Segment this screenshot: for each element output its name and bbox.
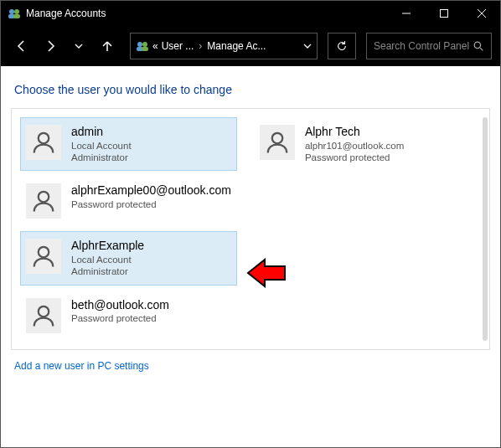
svg-rect-5 xyxy=(440,10,447,18)
page-heading: Choose the user you would like to change xyxy=(14,83,490,96)
user-subtext: Administrator xyxy=(71,265,144,277)
user-avatar-icon xyxy=(26,239,61,274)
user-subtext: alphr101@outlook.com xyxy=(305,140,404,152)
user-accounts-icon xyxy=(8,7,21,20)
window-controls xyxy=(387,1,500,26)
scrollbar[interactable] xyxy=(483,117,488,341)
user-name: alphrExample00@outlook.com xyxy=(71,183,231,198)
user-subtext: Local Account xyxy=(71,254,144,265)
titlebar: Manage Accounts xyxy=(1,1,500,26)
breadcrumb-prefix: « xyxy=(152,40,158,52)
search-placeholder: Search Control Panel xyxy=(374,40,473,52)
search-input[interactable]: Search Control Panel xyxy=(366,33,492,59)
svg-line-13 xyxy=(480,48,483,50)
forward-button[interactable] xyxy=(38,33,63,59)
search-icon xyxy=(473,41,484,52)
user-subtext: Administrator xyxy=(71,152,132,163)
user-info: Alphr Techalphr101@outlook.comPassword p… xyxy=(305,125,404,163)
recent-button[interactable] xyxy=(66,33,91,59)
user-row[interactable]: adminLocal AccountAdministrator xyxy=(20,117,237,171)
user-subtext: Local Account xyxy=(71,140,132,152)
breadcrumb-level2[interactable]: Manage Ac... xyxy=(207,40,266,52)
refresh-button[interactable] xyxy=(328,33,356,59)
user-row[interactable]: alphrExample00@outlook.comPassword prote… xyxy=(20,176,237,226)
user-name: AlphrExample xyxy=(71,239,144,254)
user-avatar-icon xyxy=(260,125,295,160)
close-button[interactable] xyxy=(462,1,500,26)
svg-point-14 xyxy=(39,133,49,144)
user-avatar-icon xyxy=(26,298,61,333)
window-title: Manage Accounts xyxy=(26,8,387,19)
svg-point-15 xyxy=(39,192,49,203)
maximize-button[interactable] xyxy=(425,1,462,26)
user-name: Alphr Tech xyxy=(305,125,404,140)
svg-rect-3 xyxy=(13,14,20,18)
up-button[interactable] xyxy=(95,33,120,59)
svg-rect-11 xyxy=(142,47,148,51)
user-row[interactable]: AlphrExampleLocal AccountAdministrator xyxy=(20,231,237,285)
user-avatar-icon xyxy=(26,125,61,160)
user-subtext: Password protected xyxy=(71,198,231,210)
user-info: alphrExample00@outlook.comPassword prote… xyxy=(71,183,231,210)
breadcrumb-level1[interactable]: User ... xyxy=(162,40,194,52)
user-info: beth@outlook.comPassword protected xyxy=(71,298,169,325)
user-info: adminLocal AccountAdministrator xyxy=(71,125,132,163)
user-name: admin xyxy=(71,125,132,140)
minimize-button[interactable] xyxy=(387,1,425,26)
navbar: « User ... › Manage Ac... Search Control… xyxy=(1,26,500,66)
svg-point-18 xyxy=(272,133,283,144)
user-avatar-icon xyxy=(26,183,61,219)
svg-point-0 xyxy=(9,9,14,14)
chevron-down-icon[interactable] xyxy=(303,42,312,50)
user-subtext: Password protected xyxy=(305,152,404,163)
svg-point-17 xyxy=(39,306,49,317)
user-name: beth@outlook.com xyxy=(71,298,169,313)
add-user-link[interactable]: Add a new user in PC settings xyxy=(14,360,149,372)
svg-point-1 xyxy=(14,9,19,14)
svg-point-16 xyxy=(39,247,49,258)
users-listbox: adminLocal AccountAdministratoralphrExam… xyxy=(11,108,490,350)
user-row[interactable]: beth@outlook.comPassword protected xyxy=(20,291,237,341)
back-button[interactable] xyxy=(9,33,34,59)
svg-point-9 xyxy=(142,42,147,47)
svg-point-12 xyxy=(474,42,480,48)
user-subtext: Password protected xyxy=(71,312,169,324)
svg-point-8 xyxy=(137,42,142,47)
breadcrumb[interactable]: « User ... › Manage Ac... xyxy=(130,33,318,59)
user-row[interactable]: Alphr Techalphr101@outlook.comPassword p… xyxy=(254,117,481,171)
user-accounts-icon xyxy=(136,39,149,53)
content-area: Choose the user you would like to change… xyxy=(1,66,500,381)
chevron-right-icon: › xyxy=(197,40,204,52)
user-info: AlphrExampleLocal AccountAdministrator xyxy=(71,239,144,277)
